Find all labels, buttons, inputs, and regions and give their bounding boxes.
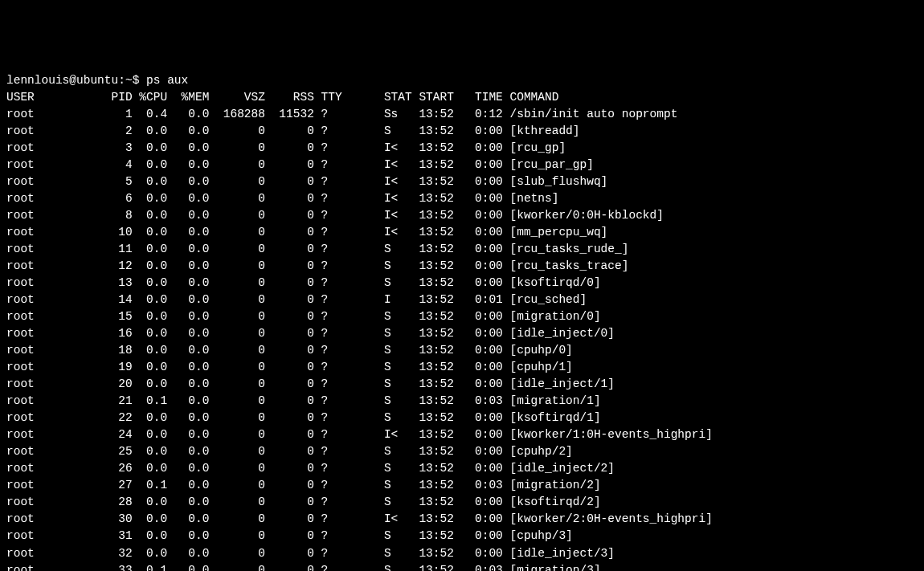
process-row: root 16 0.0 0.0 0 0 ? S 13:52 0:00 [idle…: [6, 325, 918, 342]
process-row: root 33 0.1 0.0 0 0 ? S 13:52 0:03 [migr…: [6, 562, 918, 571]
process-row: root 31 0.0 0.0 0 0 ? S 13:52 0:00 [cpuh…: [6, 528, 918, 544]
process-row: root 2 0.0 0.0 0 0 ? S 13:52 0:00 [kthre…: [6, 123, 918, 140]
process-row: root 28 0.0 0.0 0 0 ? S 13:52 0:00 [ksof…: [6, 494, 918, 511]
process-row: root 27 0.1 0.0 0 0 ? S 13:52 0:03 [migr…: [6, 477, 918, 494]
typed-command: ps aux: [146, 74, 188, 87]
process-row: root 19 0.0 0.0 0 0 ? S 13:52 0:00 [cpuh…: [6, 359, 918, 376]
shell-prompt: lennlouis@ubuntu:~$: [6, 74, 146, 87]
ps-header-row: USER PID %CPU %MEM VSZ RSS TTY STAT STAR…: [6, 89, 918, 106]
process-row: root 20 0.0 0.0 0 0 ? S 13:52 0:00 [idle…: [6, 376, 918, 393]
process-row: root 3 0.0 0.0 0 0 ? I< 13:52 0:00 [rcu_…: [6, 140, 918, 157]
process-row: root 18 0.0 0.0 0 0 ? S 13:52 0:00 [cpuh…: [6, 342, 918, 359]
process-row: root 32 0.0 0.0 0 0 ? S 13:52 0:00 [idle…: [6, 545, 918, 562]
process-row: root 30 0.0 0.0 0 0 ? I< 13:52 0:00 [kwo…: [6, 511, 918, 528]
process-row: root 15 0.0 0.0 0 0 ? S 13:52 0:00 [migr…: [6, 308, 918, 325]
process-row: root 1 0.4 0.0 168288 11532 ? Ss 13:52 0…: [6, 106, 918, 123]
process-row: root 5 0.0 0.0 0 0 ? I< 13:52 0:00 [slub…: [6, 173, 918, 190]
process-row: root 8 0.0 0.0 0 0 ? I< 13:52 0:00 [kwor…: [6, 207, 918, 224]
prompt-line[interactable]: lennlouis@ubuntu:~$ ps aux: [6, 72, 918, 89]
process-row: root 14 0.0 0.0 0 0 ? I 13:52 0:01 [rcu_…: [6, 292, 918, 308]
process-row: root 12 0.0 0.0 0 0 ? S 13:52 0:00 [rcu_…: [6, 258, 918, 275]
process-row: root 4 0.0 0.0 0 0 ? I< 13:52 0:00 [rcu_…: [6, 157, 918, 173]
process-row: root 21 0.1 0.0 0 0 ? S 13:52 0:03 [migr…: [6, 393, 918, 410]
process-row: root 22 0.0 0.0 0 0 ? S 13:52 0:00 [ksof…: [6, 410, 918, 426]
process-row: root 11 0.0 0.0 0 0 ? S 13:52 0:00 [rcu_…: [6, 241, 918, 258]
process-row: root 25 0.0 0.0 0 0 ? S 13:52 0:00 [cpuh…: [6, 443, 918, 460]
process-row: root 10 0.0 0.0 0 0 ? I< 13:52 0:00 [mm_…: [6, 224, 918, 241]
process-row: root 6 0.0 0.0 0 0 ? I< 13:52 0:00 [netn…: [6, 190, 918, 207]
process-row: root 26 0.0 0.0 0 0 ? S 13:52 0:00 [idle…: [6, 460, 918, 477]
process-row: root 13 0.0 0.0 0 0 ? S 13:52 0:00 [ksof…: [6, 275, 918, 292]
process-row: root 24 0.0 0.0 0 0 ? I< 13:52 0:00 [kwo…: [6, 426, 918, 443]
